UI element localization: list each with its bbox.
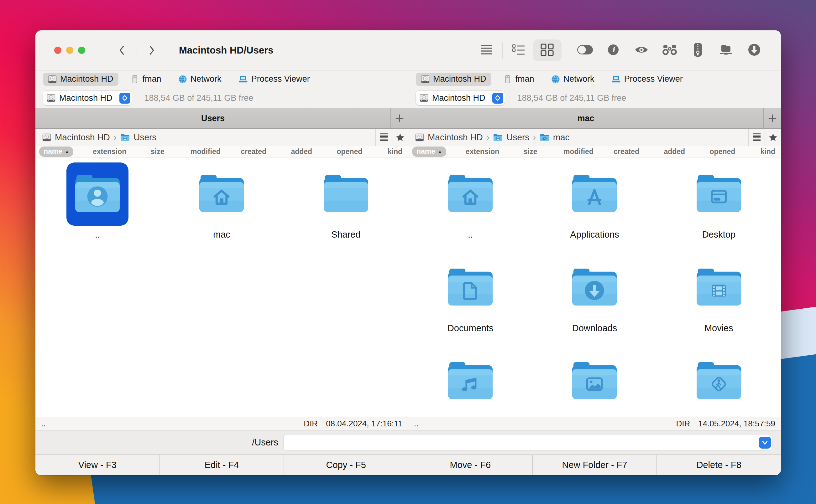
drive-icon bbox=[503, 75, 512, 83]
file-item-documents[interactable]: Documents bbox=[439, 256, 501, 350]
eye-icon bbox=[635, 45, 648, 55]
column-header-extension[interactable]: extension bbox=[458, 147, 506, 156]
favorites-button[interactable] bbox=[765, 129, 781, 146]
file-item-dotdot[interactable]: .. bbox=[66, 162, 128, 256]
pictures-folder-icon bbox=[563, 350, 626, 413]
column-header-name[interactable]: name▲ bbox=[35, 147, 85, 157]
file-item-label: mac bbox=[213, 229, 230, 241]
grid-view-button[interactable] bbox=[533, 39, 561, 61]
breadcrumb-item[interactable]: Macintosh HD bbox=[42, 132, 110, 142]
detail-list-view-button[interactable] bbox=[509, 39, 528, 61]
function-button-f8[interactable]: Delete - F8 bbox=[657, 455, 781, 475]
search-button[interactable] bbox=[660, 39, 679, 61]
view-options-button[interactable] bbox=[748, 129, 765, 146]
function-button-f4[interactable]: Edit - F4 bbox=[159, 455, 284, 475]
file-item-downloads[interactable]: Downloads bbox=[563, 256, 626, 350]
globe-icon bbox=[178, 75, 187, 84]
downloads-folder-icon bbox=[563, 256, 626, 319]
tab-macintosh-hd[interactable]: Macintosh HD bbox=[416, 73, 491, 86]
documents-folder-icon bbox=[439, 256, 501, 319]
history-dropdown-button[interactable] bbox=[759, 437, 771, 449]
file-item-dotdot[interactable]: .. bbox=[439, 162, 501, 256]
tab-network[interactable]: Network bbox=[173, 73, 227, 86]
home-folder-icon bbox=[190, 162, 253, 226]
file-item[interactable] bbox=[688, 350, 750, 417]
computer-icon bbox=[611, 75, 621, 83]
column-header-kind[interactable]: kind bbox=[746, 147, 781, 156]
tab-network[interactable]: Network bbox=[546, 73, 599, 86]
breadcrumb-item[interactable]: Macintosh HD bbox=[415, 132, 483, 142]
column-header-name[interactable]: name▲ bbox=[408, 147, 458, 157]
tab-fman[interactable]: fman bbox=[125, 73, 166, 86]
function-button-f5[interactable]: Copy - F5 bbox=[284, 455, 408, 475]
function-button-f7[interactable]: New Folder - F7 bbox=[532, 455, 657, 475]
network-share-button[interactable] bbox=[716, 39, 736, 61]
breadcrumb-label: Macintosh HD bbox=[428, 132, 483, 142]
right-column-headers: name▲extensionsizemodifiedcreatedaddedop… bbox=[408, 146, 781, 157]
column-header-opened[interactable]: opened bbox=[326, 147, 374, 156]
column-header-added[interactable]: added bbox=[651, 147, 699, 156]
volume-select[interactable]: Macintosh HD bbox=[43, 91, 132, 105]
full-list-view-button[interactable] bbox=[477, 39, 496, 61]
breadcrumb-item[interactable]: Users bbox=[493, 132, 529, 142]
left-tab-bar: Macintosh HDfmanNetworkProcess Viewer bbox=[35, 70, 408, 88]
new-tab-button[interactable] bbox=[390, 108, 408, 128]
file-item-desktop[interactable]: Desktop bbox=[688, 162, 750, 256]
breadcrumb-label: Users bbox=[133, 132, 156, 142]
favorites-button[interactable] bbox=[392, 129, 408, 146]
pane-tab-title[interactable]: mac bbox=[408, 108, 763, 128]
pane-tab-title[interactable]: Users bbox=[35, 108, 390, 128]
file-item[interactable] bbox=[563, 350, 626, 417]
breadcrumb-item[interactable]: mac bbox=[540, 132, 570, 142]
column-header-added[interactable]: added bbox=[278, 147, 326, 156]
column-header-extension[interactable]: extension bbox=[85, 147, 133, 156]
home-folder-icon bbox=[439, 162, 501, 226]
command-input[interactable] bbox=[283, 435, 773, 450]
status-datetime: 08.04.2024, 17:16:11 bbox=[326, 419, 402, 429]
command-path-label: /Users bbox=[35, 437, 278, 448]
list-lines-icon bbox=[479, 44, 493, 57]
column-header-created[interactable]: created bbox=[602, 147, 651, 156]
toggle-hidden-button[interactable] bbox=[575, 39, 595, 61]
tab-process-viewer[interactable]: Process Viewer bbox=[606, 73, 688, 86]
column-header-modified[interactable]: modified bbox=[181, 147, 230, 156]
column-header-size[interactable]: size bbox=[506, 147, 554, 156]
column-header-created[interactable]: created bbox=[230, 147, 278, 156]
applications-folder-icon bbox=[563, 162, 626, 226]
back-button[interactable] bbox=[115, 43, 128, 57]
file-item-applications[interactable]: Applications bbox=[563, 162, 626, 256]
info-button[interactable]: i bbox=[603, 39, 623, 61]
function-button-f6[interactable]: Move - F6 bbox=[408, 455, 532, 475]
volume-select[interactable]: Macintosh HD bbox=[416, 91, 505, 105]
file-item-shared[interactable]: Shared bbox=[315, 162, 377, 256]
column-header-modified[interactable]: modified bbox=[554, 147, 602, 156]
file-item-movies[interactable]: Movies bbox=[688, 256, 750, 350]
close-button[interactable] bbox=[54, 47, 61, 54]
history-nav bbox=[115, 42, 158, 59]
archive-button[interactable] bbox=[688, 39, 708, 61]
tab-macintosh-hd[interactable]: Macintosh HD bbox=[43, 73, 118, 86]
download-button[interactable] bbox=[745, 39, 764, 61]
file-item[interactable] bbox=[439, 350, 501, 417]
tab-fman[interactable]: fman bbox=[498, 73, 539, 86]
breadcrumb-label: mac bbox=[553, 132, 570, 142]
file-item-mac[interactable]: mac bbox=[190, 162, 253, 256]
right-tab-bar: Macintosh HDfmanNetworkProcess Viewer bbox=[408, 70, 781, 88]
minimize-button[interactable] bbox=[66, 47, 73, 54]
preview-button[interactable] bbox=[632, 39, 651, 61]
left-volume-row: Macintosh HD 188,54 GB of 245,11 GB free bbox=[35, 88, 408, 108]
breadcrumb-item[interactable]: Users bbox=[120, 132, 156, 142]
hard-drive-icon bbox=[48, 75, 57, 83]
hard-drive-icon bbox=[42, 133, 51, 141]
forward-button[interactable] bbox=[145, 43, 158, 57]
new-tab-button[interactable] bbox=[763, 108, 781, 128]
tab-process-viewer[interactable]: Process Viewer bbox=[234, 73, 315, 86]
view-options-button[interactable] bbox=[375, 129, 392, 146]
function-button-f3[interactable]: View - F3 bbox=[35, 455, 159, 475]
maximize-button[interactable] bbox=[78, 47, 85, 54]
right-pane-title-bar: mac bbox=[408, 108, 781, 129]
column-header-opened[interactable]: opened bbox=[699, 147, 746, 156]
column-header-kind[interactable]: kind bbox=[374, 147, 408, 156]
column-header-size[interactable]: size bbox=[133, 147, 181, 156]
file-item-label: .. bbox=[468, 229, 473, 241]
